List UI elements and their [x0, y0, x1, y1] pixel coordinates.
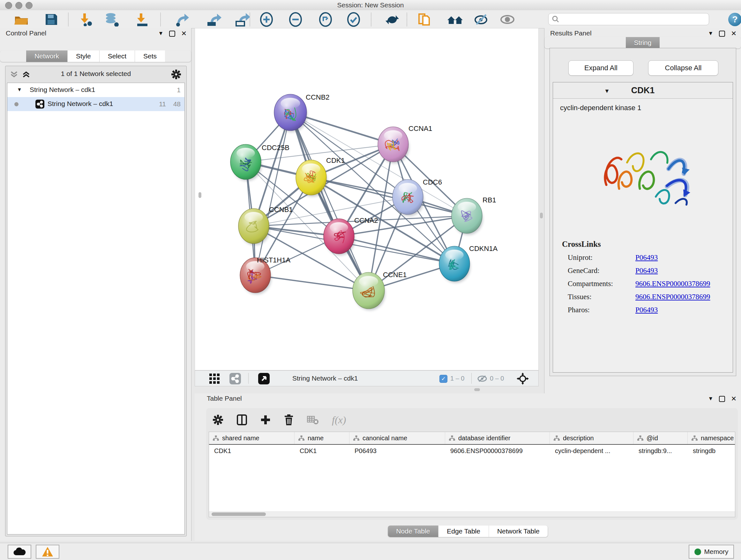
- window-close-button[interactable]: [5, 2, 12, 9]
- node-RB1[interactable]: [452, 198, 483, 235]
- search-input[interactable]: [548, 13, 709, 25]
- column-header-namespace[interactable]: namespace: [688, 432, 735, 444]
- tab-node-table[interactable]: Node Table: [388, 525, 439, 537]
- search-field[interactable]: [559, 15, 709, 23]
- horizontal-scrollbar[interactable]: [209, 511, 735, 517]
- tab-select[interactable]: Select: [99, 51, 135, 62]
- export-image-icon[interactable]: [233, 12, 252, 27]
- import-table-icon[interactable]: [133, 12, 151, 27]
- tab-edge-table[interactable]: Edge Table: [439, 525, 489, 537]
- column-type-icon: [449, 435, 455, 441]
- column-header-canonical-name[interactable]: canonical name: [349, 432, 445, 444]
- show-columns-icon[interactable]: [237, 415, 247, 425]
- column-header-name[interactable]: name: [294, 432, 349, 444]
- refresh-icon[interactable]: [383, 12, 401, 27]
- crosslink-tissues-link[interactable]: 9606.ENSP00000378699: [635, 293, 711, 301]
- save-session-icon[interactable]: [42, 12, 61, 27]
- tab-network[interactable]: Network: [26, 51, 68, 62]
- selected-checkbox-icon[interactable]: ✓: [440, 375, 448, 383]
- control-panel-tabs: Network Style Select Sets: [0, 51, 191, 62]
- create-column-icon[interactable]: [260, 415, 271, 425]
- open-session-icon[interactable]: [12, 12, 30, 27]
- copy-icon[interactable]: [415, 12, 434, 27]
- splitter-handle[interactable]: [474, 388, 480, 391]
- grid-view-icon[interactable]: [209, 374, 220, 384]
- node-CDK1[interactable]: [296, 160, 327, 197]
- crosslink-pharos-link[interactable]: P06493: [635, 306, 658, 314]
- panel-float-icon[interactable]: ▼: [708, 395, 714, 402]
- table-panel-title: Table Panel: [207, 395, 242, 402]
- import-database-icon[interactable]: [103, 12, 121, 27]
- birds-eye-view-icon[interactable]: [258, 373, 270, 384]
- node-CCNA1[interactable]: [378, 127, 409, 164]
- window-zoom-button[interactable]: [25, 2, 32, 9]
- panel-float-icon[interactable]: ▼: [158, 30, 164, 37]
- control-panel: Control Panel ▼ ✕ Network Style Select S…: [0, 28, 192, 541]
- crosslink-genecard-link[interactable]: P06493: [635, 266, 658, 275]
- memory-button[interactable]: Memory: [689, 545, 734, 559]
- node-CCNB2[interactable]: [274, 94, 307, 132]
- gene-section-header[interactable]: ▼ CDK1: [553, 82, 733, 99]
- help-icon[interactable]: ?: [728, 13, 741, 26]
- node-CCNA2[interactable]: [324, 219, 355, 255]
- home-icon[interactable]: [446, 12, 464, 27]
- column-header-shared-name[interactable]: shared name: [209, 432, 294, 444]
- function-builder-icon[interactable]: f(x): [332, 414, 346, 426]
- panel-close-icon[interactable]: ✕: [181, 30, 187, 37]
- column-header-database-identifier[interactable]: database identifier: [445, 432, 550, 444]
- delete-column-icon[interactable]: [284, 415, 293, 425]
- network-share-icon[interactable]: [229, 373, 241, 384]
- panel-close-icon[interactable]: ✕: [731, 30, 737, 37]
- scrollbar-thumb[interactable]: [212, 512, 266, 516]
- zoom-out-icon[interactable]: [286, 12, 305, 27]
- expand-all-button[interactable]: Expand All: [568, 60, 633, 76]
- import-network-icon[interactable]: [76, 12, 95, 27]
- tab-style[interactable]: Style: [68, 51, 99, 62]
- table-options-gear-icon[interactable]: [212, 415, 223, 425]
- zoom-fit-icon[interactable]: [316, 12, 335, 27]
- crosslink-compartments-link[interactable]: 9606.ENSP00000378699: [635, 280, 711, 288]
- splitter-handle[interactable]: [540, 212, 543, 219]
- node-CCNB1[interactable]: [239, 208, 270, 245]
- hidden-eye-icon[interactable]: [477, 375, 487, 382]
- column-header-description[interactable]: description: [550, 432, 633, 444]
- cloud-button[interactable]: [8, 545, 31, 559]
- network-row[interactable]: String Network – cdk1 11 48: [7, 97, 185, 111]
- column-type-icon: [298, 435, 305, 441]
- tab-network-table[interactable]: Network Table: [489, 525, 548, 537]
- table-row[interactable]: CDK1CDK1P064939606.ENSP00000378699cyclin…: [209, 445, 735, 457]
- zoom-selected-icon[interactable]: [344, 12, 363, 27]
- pan-crosshair-icon[interactable]: [517, 373, 529, 385]
- panel-maximize-icon[interactable]: [719, 396, 725, 402]
- crosslink-uniprot-link[interactable]: P06493: [635, 253, 658, 262]
- splitter-handle[interactable]: [199, 192, 201, 198]
- node-label-CCNA1: CCNA1: [408, 125, 432, 132]
- panel-close-icon[interactable]: ✕: [731, 395, 737, 402]
- table-panel: Table Panel ▼ ✕: [195, 393, 741, 541]
- window-minimize-button[interactable]: [15, 2, 22, 9]
- network-options-gear-icon[interactable]: [171, 69, 181, 79]
- column-header--id[interactable]: @id: [633, 432, 688, 444]
- export-network-icon[interactable]: [173, 12, 191, 27]
- node-label-CCNB2: CCNB2: [306, 93, 330, 101]
- node-CCNE1[interactable]: [353, 272, 385, 310]
- delete-table-icon[interactable]: [307, 415, 319, 424]
- panel-float-icon[interactable]: ▼: [708, 30, 714, 37]
- crosslink-label: Compartments:: [568, 280, 635, 288]
- network-collection-row[interactable]: ▼ String Network – cdk1 1: [7, 83, 185, 97]
- collection-expand-icon[interactable]: ▼: [17, 87, 22, 92]
- collapse-all-button[interactable]: Collapse All: [648, 60, 718, 76]
- gene-collapse-icon[interactable]: ▼: [604, 88, 610, 95]
- tab-string[interactable]: String: [626, 37, 660, 49]
- panel-maximize-icon[interactable]: [169, 30, 175, 37]
- export-table-icon[interactable]: [205, 12, 223, 27]
- eye-icon[interactable]: [498, 12, 517, 27]
- zoom-in-icon[interactable]: [257, 12, 276, 27]
- show-hide-graphics-icon[interactable]: [472, 12, 490, 27]
- panel-maximize-icon[interactable]: [719, 30, 725, 37]
- node-CDC25B[interactable]: [230, 144, 262, 181]
- node-CDKN1A[interactable]: [439, 246, 470, 283]
- warnings-button[interactable]: [36, 545, 59, 559]
- tab-sets[interactable]: Sets: [135, 51, 165, 62]
- network-canvas[interactable]: CCNB2CCNA1CDC25BCDK1CDC6RB1CCNB1CCNA2CDK…: [195, 28, 539, 370]
